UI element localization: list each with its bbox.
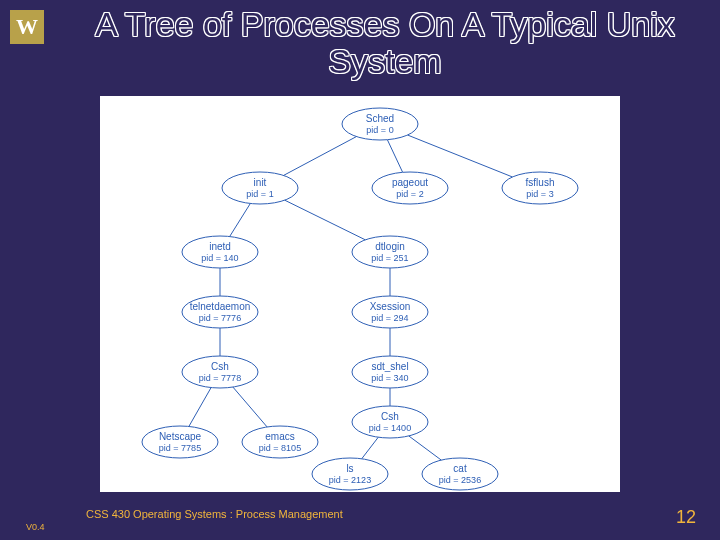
svg-text:Csh: Csh: [381, 411, 399, 422]
svg-text:pid = 2: pid = 2: [396, 189, 423, 199]
process-node-dtlogin: dtloginpid = 251: [352, 236, 428, 268]
svg-text:pageout: pageout: [392, 177, 428, 188]
svg-text:Csh: Csh: [211, 361, 229, 372]
process-node-sched: Schedpid = 0: [342, 108, 418, 140]
svg-text:Netscape: Netscape: [159, 431, 202, 442]
svg-text:pid = 340: pid = 340: [371, 373, 408, 383]
svg-text:cat: cat: [453, 463, 467, 474]
slide-title: A Tree of Processes On A Typical Unix Sy…: [80, 6, 690, 81]
process-node-cat: catpid = 2536: [422, 458, 498, 490]
process-node-csh1: Cshpid = 7778: [182, 356, 258, 388]
svg-text:pid = 2536: pid = 2536: [439, 475, 481, 485]
footer-course: CSS 430 Operating Systems : Process Mana…: [86, 508, 343, 520]
svg-text:pid = 294: pid = 294: [371, 313, 408, 323]
svg-text:pid = 7776: pid = 7776: [199, 313, 241, 323]
svg-text:pid = 1400: pid = 1400: [369, 423, 411, 433]
edge-sched-init: [284, 137, 357, 176]
svg-text:pid = 7785: pid = 7785: [159, 443, 201, 453]
svg-text:pid = 251: pid = 251: [371, 253, 408, 263]
edge-csh1-netscape: [189, 388, 211, 427]
svg-text:pid = 140: pid = 140: [201, 253, 238, 263]
process-tree-diagram: Schedpid = 0initpid = 1pageoutpid = 2fsf…: [100, 96, 620, 492]
edge-init-dtlogin: [285, 200, 366, 240]
process-tree-svg: Schedpid = 0initpid = 1pageoutpid = 2fsf…: [100, 96, 620, 492]
svg-text:fsflush: fsflush: [526, 177, 555, 188]
svg-text:pid = 7778: pid = 7778: [199, 373, 241, 383]
svg-text:pid = 8105: pid = 8105: [259, 443, 301, 453]
svg-text:inetd: inetd: [209, 241, 231, 252]
svg-text:ls: ls: [346, 463, 353, 474]
edge-init-inetd: [230, 203, 251, 236]
edge-csh2-cat: [409, 436, 442, 460]
svg-text:pid = 2123: pid = 2123: [329, 475, 371, 485]
process-node-inetd: inetdpid = 140: [182, 236, 258, 268]
svg-text:pid = 3: pid = 3: [526, 189, 553, 199]
process-node-emacs: emacspid = 8105: [242, 426, 318, 458]
svg-text:pid = 0: pid = 0: [366, 125, 393, 135]
svg-text:Xsession: Xsession: [370, 301, 411, 312]
footer-page-number: 12: [676, 507, 696, 528]
process-node-init: initpid = 1: [222, 172, 298, 204]
svg-text:sdt_shel: sdt_shel: [371, 361, 408, 372]
svg-text:Sched: Sched: [366, 113, 394, 124]
process-node-xsession: Xsessionpid = 294: [352, 296, 428, 328]
process-node-ls: lspid = 2123: [312, 458, 388, 490]
edge-csh2-ls: [362, 437, 379, 459]
svg-text:dtlogin: dtlogin: [375, 241, 404, 252]
svg-text:pid = 1: pid = 1: [246, 189, 273, 199]
edge-csh1-emacs: [233, 387, 267, 427]
edge-sched-fsflush: [408, 135, 513, 177]
svg-text:init: init: [254, 177, 267, 188]
process-node-telnetd: telnetdaemonpid = 7776: [182, 296, 258, 328]
process-node-fsflush: fsflushpid = 3: [502, 172, 578, 204]
svg-text:emacs: emacs: [265, 431, 294, 442]
process-node-sdtshel: sdt_shelpid = 340: [352, 356, 428, 388]
process-node-pageout: pageoutpid = 2: [372, 172, 448, 204]
edge-sched-pageout: [387, 140, 402, 173]
uw-logo: W: [10, 10, 44, 44]
process-node-csh2: Cshpid = 1400: [352, 406, 428, 438]
process-node-netscape: Netscapepid = 7785: [142, 426, 218, 458]
svg-text:telnetdaemon: telnetdaemon: [190, 301, 251, 312]
footer-version: V0.4: [26, 522, 45, 532]
uw-logo-letter: W: [16, 14, 38, 40]
